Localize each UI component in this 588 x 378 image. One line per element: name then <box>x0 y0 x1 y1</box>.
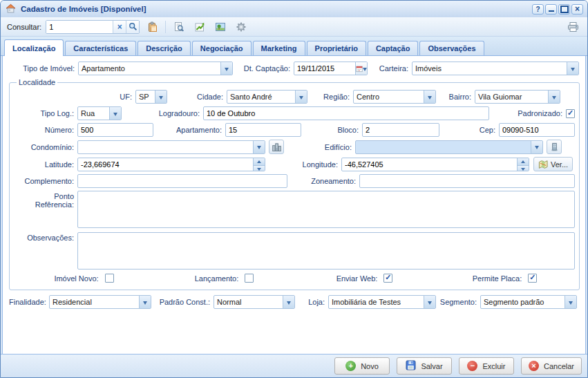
chevron-down-icon[interactable] <box>424 296 435 308</box>
bloco-input[interactable] <box>363 124 439 136</box>
cidade-select[interactable]: Santo André <box>227 90 307 104</box>
segmento-select[interactable]: Segmento padrão <box>480 295 577 309</box>
chevron-down-icon[interactable] <box>220 62 232 75</box>
close-icon[interactable] <box>571 4 583 15</box>
salvar-button[interactable]: Salvar <box>397 357 452 375</box>
chevron-down-icon[interactable] <box>295 91 307 103</box>
tabbar: Localização Características Descrição Ne… <box>1 37 587 56</box>
loja-label: Loja: <box>295 298 328 306</box>
edificio-lookup-button[interactable] <box>547 140 562 154</box>
chevron-down-icon[interactable] <box>253 141 265 153</box>
excluir-button[interactable]: − Excluir <box>459 357 514 375</box>
tab-observacoes[interactable]: Observações <box>419 41 484 55</box>
zoneamento-input[interactable] <box>360 175 574 187</box>
observacoes-textarea[interactable] <box>77 232 575 270</box>
tab-localizacao[interactable]: Localização <box>4 39 64 56</box>
latitude-input[interactable] <box>78 158 253 171</box>
latitude-field <box>77 158 265 171</box>
search-icon[interactable] <box>126 21 139 33</box>
chevron-down-icon[interactable] <box>565 296 576 308</box>
spin-down-icon[interactable] <box>518 166 529 171</box>
chevron-down-icon[interactable] <box>548 91 560 103</box>
localidade-group: Localidade UF: SP Cidade: Santo André Re… <box>9 78 580 290</box>
numero-label: Número: <box>14 126 77 134</box>
bairro-select[interactable]: Vila Guiomar <box>475 90 560 104</box>
printer-icon[interactable] <box>565 19 581 35</box>
minimize-icon[interactable] <box>545 4 557 15</box>
numero-input[interactable] <box>78 124 153 136</box>
calendar-icon[interactable] <box>355 62 367 75</box>
chart-icon[interactable] <box>191 19 208 35</box>
apartamento-input[interactable] <box>226 124 301 136</box>
chevron-down-icon[interactable] <box>283 296 294 308</box>
regiao-select[interactable]: Centro <box>353 90 436 104</box>
condominio-lookup-button[interactable] <box>269 140 284 154</box>
chevron-down-icon[interactable] <box>531 141 542 153</box>
lancamento-checkbox[interactable] <box>245 274 254 283</box>
settings-icon[interactable] <box>233 19 249 35</box>
spin-up-icon[interactable] <box>518 158 529 166</box>
padronizado-checkbox[interactable] <box>566 109 575 118</box>
consultar-input[interactable] <box>46 21 113 33</box>
longitude-input[interactable] <box>342 158 517 171</box>
cep-input[interactable] <box>500 124 574 136</box>
lancamento-label: Lançamento: <box>195 274 243 283</box>
tab-negociacao[interactable]: Negociação <box>192 41 252 55</box>
logradouro-input[interactable] <box>204 107 489 120</box>
ponto-referencia-textarea[interactable] <box>77 191 575 228</box>
tab-proprietario[interactable]: Proprietário <box>307 41 366 55</box>
condominio-label: Condomínio: <box>14 143 77 151</box>
edificio-label: Edifício: <box>284 143 355 151</box>
carteira-label: Carteira: <box>368 64 412 73</box>
tipo-log-select[interactable]: Rua <box>77 106 122 120</box>
observacoes-label: Observações: <box>14 232 77 242</box>
map-icon <box>538 160 548 169</box>
clear-icon[interactable]: × <box>113 21 126 33</box>
dt-captacao-label: Dt. Captação: <box>233 64 294 73</box>
edificio-select[interactable] <box>355 140 543 154</box>
permite-placa-label: Permite Placa: <box>473 274 526 283</box>
latitude-label: Latitude: <box>14 160 77 169</box>
tab-captacao[interactable]: Captação <box>368 41 419 55</box>
uf-select[interactable]: SP <box>135 90 167 104</box>
dt-captacao-input[interactable] <box>294 62 355 75</box>
help-icon[interactable] <box>532 4 544 15</box>
paste-icon[interactable] <box>144 19 160 35</box>
spin-up-icon[interactable] <box>254 158 265 166</box>
chevron-down-icon[interactable] <box>139 296 151 308</box>
bloco-label: Bloco: <box>301 126 362 134</box>
print-preview-icon[interactable] <box>171 19 187 35</box>
cancelar-button[interactable]: × Cancelar <box>521 357 582 375</box>
novo-button[interactable]: + Novo <box>334 357 390 375</box>
permite-placa-checkbox[interactable] <box>528 274 537 283</box>
padrao-const-select[interactable]: Normal <box>214 295 295 309</box>
consultar-field: × <box>46 20 140 34</box>
consultar-label: Consultar: <box>7 23 41 31</box>
toolbar: Consultar: × <box>1 17 587 37</box>
bairro-label: Bairro: <box>436 93 475 101</box>
ver-map-button[interactable]: Ver... <box>533 157 573 171</box>
chevron-down-icon[interactable] <box>424 91 435 103</box>
finalidade-select[interactable]: Residencial <box>49 295 151 309</box>
condominio-select[interactable] <box>77 140 265 154</box>
loja-select[interactable]: Imobiliária de Testes <box>328 295 436 309</box>
maximize-icon[interactable] <box>558 4 570 15</box>
tipo-imovel-label: Tipo de Imóvel: <box>9 64 78 73</box>
tipo-imovel-select[interactable]: Apartamento <box>78 62 233 75</box>
tab-caracteristicas[interactable]: Características <box>65 41 136 55</box>
enviar-web-checkbox[interactable] <box>383 274 392 283</box>
enviar-web-label: Enviar Web: <box>336 274 381 283</box>
tab-descricao[interactable]: Descrição <box>137 41 191 55</box>
chevron-down-icon[interactable] <box>155 91 167 103</box>
dt-captacao-field[interactable] <box>294 62 368 75</box>
zoneamento-field <box>359 174 575 188</box>
carteira-select[interactable]: Imóveis <box>412 62 579 75</box>
complemento-input[interactable] <box>78 175 287 187</box>
chevron-down-icon[interactable] <box>109 107 121 120</box>
spin-down-icon[interactable] <box>254 166 265 171</box>
chevron-down-icon[interactable] <box>567 62 578 75</box>
image-icon[interactable] <box>212 19 229 35</box>
imovel-novo-checkbox[interactable] <box>105 274 114 283</box>
tab-marketing[interactable]: Marketing <box>253 41 305 55</box>
apartamento-label: Apartamento: <box>153 126 225 134</box>
